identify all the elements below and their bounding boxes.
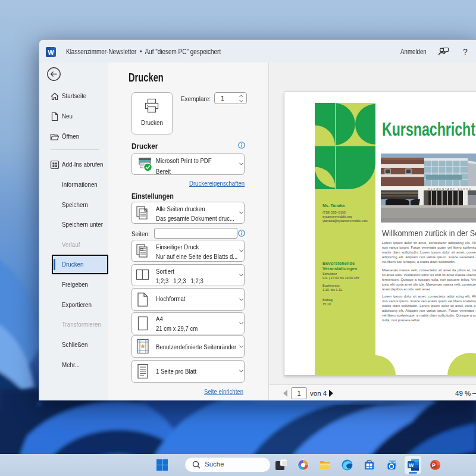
svg-text:W: W <box>48 49 54 56</box>
svg-text:ELEMENTARY SCHOO: ELEMENTARY SCHOO <box>428 188 472 190</box>
svg-text:W: W <box>409 462 414 468</box>
svg-text:Kursnachrichten: Kursnachrichten <box>382 119 476 140</box>
svg-text:P: P <box>432 462 436 468</box>
